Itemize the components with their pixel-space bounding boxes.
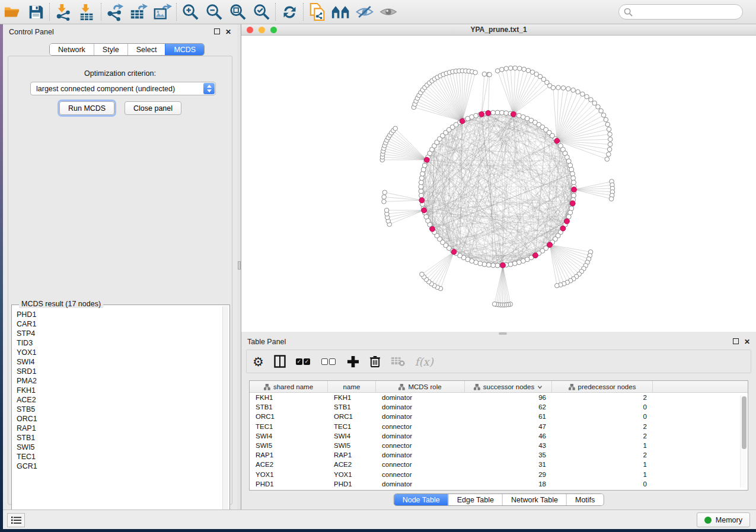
tab-network-table[interactable]: Network Table [502,494,566,505]
hide-eye-icon [355,4,374,20]
control-panel-tabs: NetworkStyleSelectMCDS [49,43,205,56]
fx-icon: f(x) [415,355,433,368]
column-header-shared-name[interactable]: shared name [250,381,328,393]
save-session-button[interactable] [24,1,47,23]
table-cell: 29 [465,471,552,478]
column-header-successor-nodes[interactable]: successor nodes [465,381,552,393]
node-table[interactable]: shared namenameMCDS rolesuccessor nodesp… [249,380,748,491]
zoom-in-button[interactable] [178,1,202,23]
mcds-node-item[interactable]: PMA2 [17,376,221,386]
mcds-node-item[interactable]: CAR1 [17,319,221,329]
tab-node-table[interactable]: Node Table [394,494,448,505]
column-header-MCDS-role[interactable]: MCDS role [376,381,465,393]
table-cell: 0 [552,413,653,420]
tab-network[interactable]: Network [50,44,94,55]
zoom-out-button[interactable] [202,1,226,23]
search-input[interactable] [618,4,743,20]
table-row[interactable]: FKH1FKH1dominator962 [250,393,748,402]
mcds-node-item[interactable]: SRD1 [17,367,221,376]
tab-motifs[interactable]: Motifs [566,494,603,505]
combo-selected-value: largest connected component (undirected) [31,85,203,93]
add-column-button[interactable] [347,355,359,368]
memory-button[interactable]: Memory [697,512,750,527]
show-column-button[interactable] [274,355,286,368]
mcds-node-item[interactable]: PHD1 [17,310,221,319]
table-options-gear-button[interactable]: ⚙ [253,355,264,368]
zoom-fit-button[interactable] [226,1,250,23]
zoom-selected-button[interactable] [250,1,273,23]
delete-column-button[interactable] [369,355,381,368]
table-row[interactable]: ORC1ORC1dominator610 [250,412,748,421]
table-row[interactable]: YOX1YOX1connector291 [250,470,748,479]
tab-select[interactable]: Select [127,44,165,55]
table-row[interactable]: TEC1TEC1connector472 [250,422,748,431]
table-cell: 46 [465,432,552,440]
select-all-button[interactable]: ✓✓ [296,358,311,365]
column-label: name [343,383,361,390]
close-panel-button[interactable]: Close panel [125,101,181,115]
float-panel-icon[interactable] [214,28,220,36]
optimization-criterion-select[interactable]: largest connected component (undirected) [30,82,216,95]
mcds-node-item[interactable]: FKH1 [17,386,221,395]
network-view-canvas[interactable] [241,36,756,331]
function-builder-button[interactable]: f(x) [415,355,433,368]
table-header-row[interactable]: shared namenameMCDS rolesuccessor nodesp… [250,381,748,393]
table-row[interactable]: SWI4SWI4dominator462 [250,431,748,441]
network-window-titlebar[interactable]: YPA_prune.txt_1 [241,24,756,36]
run-mcds-button[interactable]: Run MCDS [59,101,114,115]
mcds-node-item[interactable]: TID3 [17,338,221,348]
copy-network-button[interactable] [305,1,329,23]
close-table-panel-icon[interactable]: ✕ [744,338,750,345]
mcds-result-list[interactable]: PHD1CAR1STP4TID3YOX1SWI4SRD1PMA2FKH1ACE2… [17,310,221,517]
mcds-node-item[interactable]: YOX1 [17,348,221,357]
close-panel-icon[interactable]: ✕ [225,28,231,36]
columns-icon [274,355,286,368]
hide-selected-button[interactable] [353,1,377,23]
table-scrollbar-thumb[interactable] [742,396,747,449]
show-all-button[interactable] [377,1,400,23]
table-cell: SWI4 [250,432,328,440]
mcds-node-item[interactable]: RAP1 [17,424,221,433]
float-table-panel-icon[interactable] [733,338,739,345]
mcds-node-item[interactable]: ACE2 [17,395,221,405]
table-row[interactable]: ACE2ACE2connector311 [250,460,748,469]
memory-label: Memory [716,516,742,524]
export-table-button[interactable] [127,1,151,23]
mcds-node-item[interactable]: GCR1 [17,462,221,471]
table-panel-grip[interactable] [499,332,507,335]
tab-style[interactable]: Style [94,44,127,55]
delete-table-button[interactable] [391,356,405,367]
mcds-node-item[interactable]: SWI5 [17,443,221,452]
export-network-button[interactable] [103,1,127,23]
vertical-splitter[interactable] [237,24,241,509]
mcds-node-item[interactable]: ORC1 [17,414,221,424]
table-scrollbar[interactable] [740,395,747,488]
import-table-button[interactable] [75,1,99,23]
mcds-node-item[interactable]: TEC1 [17,452,221,462]
splitter-grip[interactable] [238,261,241,270]
mcds-node-item[interactable]: STP4 [17,329,221,338]
table-cell: 31 [465,461,552,468]
tab-mcds[interactable]: MCDS [165,44,204,55]
table-row[interactable]: SWI5SWI5connector431 [250,441,748,450]
table-row[interactable]: PHD1PHD1dominator180 [250,479,748,489]
mcds-node-item[interactable]: SWI4 [17,357,221,367]
table-row[interactable]: STB1STB1dominator620 [250,402,748,412]
mcds-list-scrollbar[interactable] [222,306,228,518]
task-history-button[interactable] [7,513,25,527]
table-toolbar: ⚙ ✓✓ f(x) [246,350,751,373]
import-network-button[interactable] [52,1,75,23]
column-header-predecessor-nodes[interactable]: predecessor nodes [552,381,653,393]
refresh-button[interactable] [277,1,301,23]
export-image-button[interactable] [151,1,174,23]
tab-edge-table[interactable]: Edge Table [448,494,502,505]
mcds-node-item[interactable]: STB5 [17,405,221,414]
table-body[interactable]: FKH1FKH1dominator962STB1STB1dominator620… [250,393,748,489]
table-row[interactable]: RAP1RAP1dominator352 [250,450,748,460]
column-header-name[interactable]: name [328,381,376,393]
column-type-icon [569,384,575,390]
mcds-node-item[interactable]: STB1 [17,433,221,443]
open-file-button[interactable] [0,1,24,23]
first-neighbors-button[interactable] [329,1,353,23]
deselect-all-button[interactable] [321,358,337,365]
